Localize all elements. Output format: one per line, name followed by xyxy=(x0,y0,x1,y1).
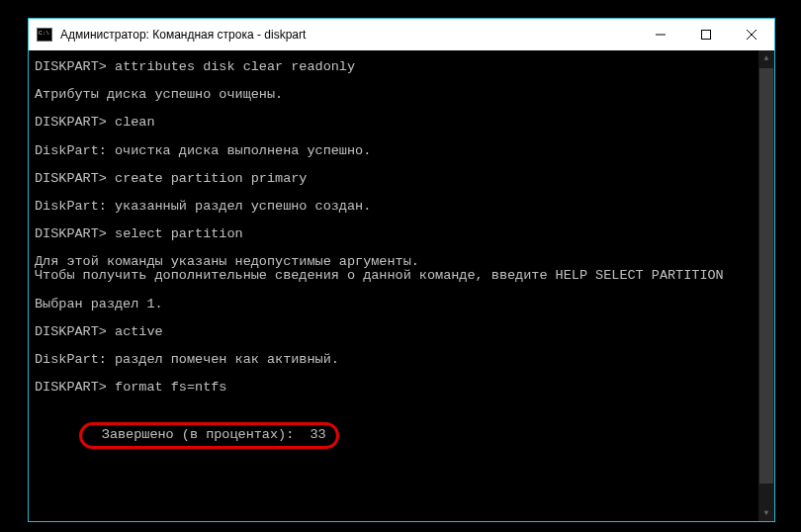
terminal-line: DISKPART> clean xyxy=(35,116,768,130)
progress-line: Завершено (в процентах): 33 xyxy=(35,408,768,463)
terminal-line: Атрибуты диска успешно очищены. xyxy=(35,88,768,102)
maximize-button[interactable] xyxy=(683,19,729,50)
terminal-line: Выбран раздел 1. xyxy=(35,298,768,311)
scrollbar-up-icon[interactable]: ▲ xyxy=(758,50,774,66)
scrollbar[interactable]: ▲ ▼ xyxy=(758,50,774,521)
terminal-line: DiskPart: очистка диска выполнена успешн… xyxy=(35,144,768,158)
terminal-line: DISKPART> attributes disk clear readonly xyxy=(35,60,768,74)
terminal-line: DISKPART> create partition primary xyxy=(35,172,768,186)
terminal-line: DiskPart: раздел помечен как активный. xyxy=(35,353,768,367)
terminal-body[interactable]: DISKPART> attributes disk clear readonly… xyxy=(29,50,774,521)
svg-rect-1 xyxy=(702,31,711,40)
minimize-button[interactable] xyxy=(638,19,683,50)
titlebar[interactable]: Администратор: Командная строка - diskpa… xyxy=(29,19,774,50)
terminal-line: Для этой команды указаны недопустимые ар… xyxy=(35,255,768,269)
terminal-line: DiskPart: указанный раздел успешно созда… xyxy=(35,200,768,214)
scrollbar-down-icon[interactable]: ▼ xyxy=(758,505,774,521)
terminal-line: DISKPART> format fs=ntfs xyxy=(35,381,768,395)
close-button[interactable] xyxy=(729,19,774,50)
terminal-line: DISKPART> active xyxy=(35,325,768,339)
window-controls xyxy=(638,19,774,50)
progress-highlight: Завершено (в процентах): 33 xyxy=(79,422,339,448)
terminal-window: Администратор: Командная строка - diskpa… xyxy=(28,18,775,522)
terminal-line: DISKPART> select partition xyxy=(35,227,768,241)
window-title: Администратор: Командная строка - diskpa… xyxy=(60,28,306,42)
scrollbar-thumb[interactable] xyxy=(759,68,773,484)
app-icon xyxy=(37,28,52,42)
terminal-line: Чтобы получить дополнительные сведения о… xyxy=(35,269,768,283)
